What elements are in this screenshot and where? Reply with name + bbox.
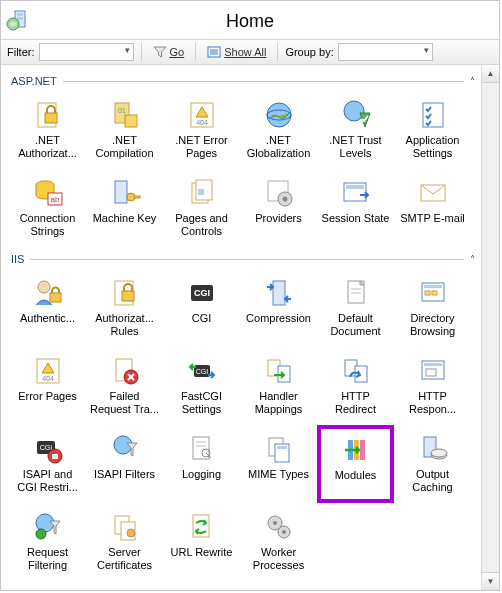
feature-providers[interactable]: Providers [240,169,317,247]
feature-pages-ctrl[interactable]: Pages and Controls [163,169,240,247]
app-icon [7,10,29,32]
pages-icon [185,176,219,210]
feature-dir-browse[interactable]: Directory Browsing [394,269,471,347]
server-key-icon [108,176,142,210]
filter-input[interactable] [39,43,134,61]
feature-label: SMTP E-mail [397,212,469,225]
feature-net-err[interactable]: 404.NET Error Pages [163,91,240,169]
feature-wproc[interactable]: Worker Processes [240,503,317,581]
group-header[interactable]: ASP.NET˄ [11,75,475,87]
feature-net-trust[interactable]: .NET Trust Levels [317,91,394,169]
feature-logging[interactable]: Logging [163,425,240,503]
vertical-scrollbar[interactable]: ▲ ▼ [481,65,499,590]
separator [141,43,142,61]
page-title: Home [35,11,465,32]
feature-authz[interactable]: Authorizat... Rules [86,269,163,347]
groupby-label: Group by: [285,46,333,58]
feature-label: ISAPI Filters [89,468,161,481]
feature-req-filter[interactable]: Request Filtering [9,503,86,581]
feature-def-doc[interactable]: Default Document [317,269,394,347]
feature-out-cache[interactable]: Output Caching [394,425,471,503]
collapse-icon[interactable]: ˄ [470,254,475,265]
go-button[interactable]: GGoo [149,43,189,61]
feature-label: CGI [166,312,238,325]
group-title: ASP.NET [11,75,57,87]
modules-icon [339,433,373,467]
mime-icon [262,432,296,466]
header: Home [1,1,499,39]
feature-label: ISAPI and CGI Restri... [12,468,84,494]
feature-isapi-cgi[interactable]: CGIISAPI and CGI Restri... [9,425,86,503]
dir-browse-icon [416,276,450,310]
svg-text:CGI: CGI [39,444,52,451]
feature-label: Directory Browsing [397,312,469,338]
cgi-icon: CGI [185,276,219,310]
svg-point-35 [38,281,50,293]
feature-session[interactable]: Session State [317,169,394,247]
group-line [63,81,464,82]
collapse-icon[interactable]: ˄ [470,76,475,87]
feature-label: MIME Types [243,468,315,481]
scroll-up-button[interactable]: ▲ [482,65,499,83]
icon-grid: Authentic...Authorizat... RulesCGICGICom… [9,269,481,581]
feature-label: Authorizat... Rules [89,312,161,338]
feature-label: Modules [320,469,392,482]
feature-mime[interactable]: MIME Types [240,425,317,503]
group-header[interactable]: IIS˄ [11,253,475,265]
cgi-lock-icon: CGI [31,432,65,466]
feature-failed-req[interactable]: Failed Request Tra... [86,347,163,425]
feature-http-resp[interactable]: HTTP Respon... [394,347,471,425]
feature-modules[interactable]: Modules [317,425,394,503]
hmap-icon [262,354,296,388]
svg-text:404: 404 [42,375,54,382]
scroll-track[interactable] [482,83,499,572]
feature-label: URL Rewrite [166,546,238,559]
svg-rect-2 [17,17,23,20]
feature-net-comp[interactable]: 01.NET Compilation [86,91,163,169]
svg-rect-48 [432,291,437,295]
feature-label: Server Certificates [89,546,161,572]
feature-conn-str[interactable]: abConnection Strings [9,169,86,247]
feature-label: Error Pages [12,390,84,403]
feature-authn[interactable]: Authentic... [9,269,86,347]
feature-hmap[interactable]: Handler Mappings [240,347,317,425]
groupby-select[interactable] [338,43,433,61]
err-404-icon: 404 [31,354,65,388]
feature-isapi-fil[interactable]: ISAPI Filters [86,425,163,503]
show-all-button[interactable]: Show All Show All [203,43,270,61]
cgi-arrows-icon: CGI [185,354,219,388]
feature-net-auth[interactable]: .NET Authorizat... [9,91,86,169]
svg-point-88 [273,521,277,525]
svg-point-85 [127,529,135,537]
feature-label: Worker Processes [243,546,315,572]
feature-smtp[interactable]: SMTP E-mail [394,169,471,247]
svg-rect-61 [424,363,442,366]
user-lock-icon [31,276,65,310]
url-rw-icon [185,510,219,544]
lock-doc-icon [31,98,65,132]
globe-icon [262,98,296,132]
feature-url-rw[interactable]: URL Rewrite [163,503,240,581]
feature-label: Pages and Controls [166,212,238,238]
scroll-down-button[interactable]: ▼ [482,572,499,590]
feature-cgi[interactable]: CGICGI [163,269,240,347]
shield-check-icon [339,98,373,132]
envelope-icon [416,176,450,210]
feature-srv-cert[interactable]: Server Certificates [86,503,163,581]
feature-compress[interactable]: Compression [240,269,317,347]
feature-net-glob[interactable]: .NET Globalization [240,91,317,169]
db-ab-icon: ab [31,176,65,210]
feature-mach-key[interactable]: Machine Key [86,169,163,247]
feature-label: HTTP Respon... [397,390,469,416]
svg-rect-59 [355,366,367,382]
http-resp-icon [416,354,450,388]
feature-app-set[interactable]: Application Settings [394,91,471,169]
feature-fastcgi[interactable]: CGIFastCGI Settings [163,347,240,425]
feature-http-redir[interactable]: HTTP Redirect [317,347,394,425]
cert-icon [108,510,142,544]
feature-label: Compression [243,312,315,325]
feature-label: Handler Mappings [243,390,315,416]
svg-point-18 [344,101,364,121]
feature-label: Machine Key [89,212,161,225]
feature-err-pages[interactable]: 404Error Pages [9,347,86,425]
